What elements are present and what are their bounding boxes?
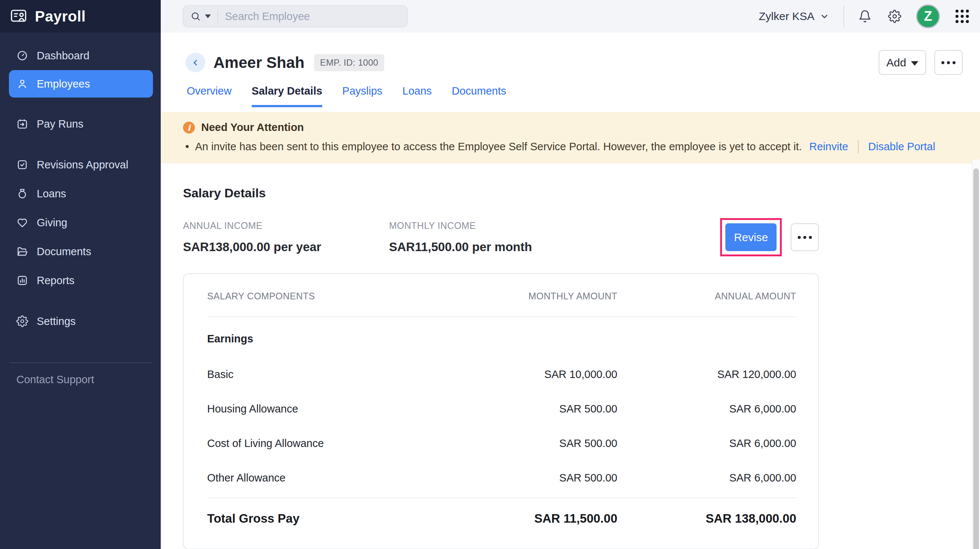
sidebar-item-loans[interactable]: Loans <box>0 179 161 208</box>
total-annual-amount: SAR 138,000.00 <box>617 511 796 526</box>
group-label: Earnings <box>207 333 796 345</box>
tab-loans[interactable]: Loans <box>402 85 432 107</box>
total-label: Total Gross Pay <box>207 511 461 526</box>
revisions-approval-icon <box>16 159 28 171</box>
header-more-button[interactable] <box>934 50 963 75</box>
annual-income-value: SAR138,000.00 per year <box>183 240 389 254</box>
contact-support-link[interactable]: Contact Support <box>0 374 161 386</box>
ellipsis-icon <box>942 61 956 64</box>
sidebar-divider <box>10 362 151 363</box>
sidebar-item-employees[interactable]: Employees <box>9 70 153 98</box>
banner-title-row: i Need Your Attention <box>183 121 958 133</box>
app-name: Payroll <box>35 8 86 25</box>
sidebar-item-dashboard[interactable]: Dashboard <box>0 41 161 70</box>
salary-details-section: Salary Details ANNUAL INCOME SAR138,000.… <box>161 163 819 549</box>
pay-runs-icon <box>16 118 28 130</box>
bullet: • <box>185 140 189 153</box>
sidebar-item-label: Loans <box>37 188 66 200</box>
banner-title: Need Your Attention <box>201 121 304 133</box>
monthly-income-block: MONTHLY INCOME SAR11,500.00 per month <box>389 221 532 254</box>
banner-message: An invite has been sent to this employee… <box>195 141 802 153</box>
annual-amount: SAR 120,000.00 <box>617 368 796 381</box>
income-summary-row: ANNUAL INCOME SAR138,000.00 per year MON… <box>183 218 819 256</box>
table-row: Basic SAR 10,000.00 SAR 120,000.00 <box>207 357 796 392</box>
add-button-label: Add <box>886 56 906 69</box>
documents-icon <box>16 246 28 257</box>
column-annual-amount: ANNUAL AMOUNT <box>617 291 796 301</box>
reinvite-link[interactable]: Reinvite <box>809 141 848 153</box>
sidebar-item-label: Reports <box>37 274 75 287</box>
settings-icon <box>16 315 28 327</box>
sidebar-item-label: Dashboard <box>37 50 89 62</box>
settings-button[interactable] <box>888 10 901 23</box>
tab-payslips[interactable]: Payslips <box>342 85 382 107</box>
tab-salary-details[interactable]: Salary Details <box>252 85 322 107</box>
annual-income-label: ANNUAL INCOME <box>183 221 389 231</box>
monthly-income-label: MONTHLY INCOME <box>389 221 532 231</box>
income-actions: Revise <box>720 218 819 256</box>
gear-icon <box>888 10 901 23</box>
sidebar-item-pay-runs[interactable]: Pay Runs <box>0 109 161 138</box>
caret-down-icon <box>911 61 918 66</box>
monthly-amount: SAR 500.00 <box>461 403 617 415</box>
monthly-amount: SAR 10,000.00 <box>461 368 617 381</box>
sidebar-item-label: Pay Runs <box>37 118 84 130</box>
table-row: Cost of Living Allowance SAR 500.00 SAR … <box>207 426 796 461</box>
header-actions: Add <box>879 50 963 75</box>
component-name: Other Allowance <box>207 472 461 484</box>
avatar[interactable]: Z <box>916 5 940 28</box>
search-icon <box>190 11 201 22</box>
scrollbar-track <box>972 160 980 549</box>
sidebar-item-reports[interactable]: Reports <box>0 266 161 295</box>
disable-portal-link[interactable]: Disable Portal <box>868 141 935 153</box>
search-input[interactable] <box>225 10 400 23</box>
sidebar: Payroll Dashboard Employees Pay Runs Rev… <box>0 0 161 549</box>
org-picker[interactable]: Zylker KSA <box>759 10 829 23</box>
tab-overview[interactable]: Overview <box>187 85 232 107</box>
sidebar-item-revisions-approval[interactable]: Revisions Approval <box>0 150 161 179</box>
giving-icon <box>16 217 28 228</box>
annual-amount: SAR 6,000.00 <box>617 437 796 450</box>
employee-id-badge: EMP. ID: 1000 <box>314 54 384 71</box>
revise-button[interactable]: Revise <box>725 223 776 251</box>
column-monthly-amount: MONTHLY AMOUNT <box>461 291 617 301</box>
employee-tabs: Overview Salary Details Payslips Loans D… <box>187 85 980 107</box>
payroll-logo-icon <box>10 8 27 25</box>
sidebar-item-label: Settings <box>37 315 76 328</box>
sidebar-item-documents[interactable]: Documents <box>0 237 161 266</box>
topbar-divider <box>843 6 844 27</box>
banner-message-row: • An invite has been sent to this employ… <box>183 140 958 153</box>
main-content: Ameer Shah EMP. ID: 1000 Add Overview Sa… <box>161 33 980 549</box>
page-title: Ameer Shah <box>213 54 304 71</box>
sidebar-item-label: Revisions Approval <box>37 159 129 171</box>
revise-highlight-box: Revise <box>720 218 782 256</box>
reports-icon <box>16 274 28 286</box>
monthly-income-value: SAR11,500.00 per month <box>389 240 532 254</box>
tab-documents[interactable]: Documents <box>452 85 506 107</box>
search-box[interactable] <box>183 5 407 27</box>
sidebar-item-label: Documents <box>37 246 91 258</box>
annual-amount: SAR 6,000.00 <box>617 403 796 415</box>
apps-grid-icon[interactable] <box>956 10 969 23</box>
loans-icon <box>16 188 28 200</box>
search-scope-caret-icon[interactable] <box>205 14 211 18</box>
ellipsis-icon <box>798 236 812 239</box>
app-logo: Payroll <box>0 0 161 33</box>
scrollbar-thumb[interactable] <box>973 168 979 549</box>
annual-amount: SAR 6,000.00 <box>617 472 796 484</box>
search-divider <box>218 10 218 23</box>
table-group-header: Earnings <box>207 320 796 357</box>
dashboard-icon <box>16 50 28 62</box>
notifications-button[interactable] <box>858 10 872 23</box>
employees-icon <box>16 78 28 90</box>
org-name: Zylker KSA <box>759 10 815 23</box>
salary-components-table: SALARY COMPONENTS MONTHLY AMOUNT ANNUAL … <box>183 273 819 549</box>
salary-more-button[interactable] <box>791 223 819 251</box>
sidebar-item-giving[interactable]: Giving <box>0 208 161 237</box>
section-title: Salary Details <box>183 186 819 200</box>
add-button[interactable]: Add <box>879 50 926 75</box>
table-total-row: Total Gross Pay SAR 11,500.00 SAR 138,00… <box>207 498 796 539</box>
total-monthly-amount: SAR 11,500.00 <box>461 511 617 526</box>
sidebar-item-settings[interactable]: Settings <box>0 307 161 336</box>
back-button[interactable] <box>186 53 205 72</box>
